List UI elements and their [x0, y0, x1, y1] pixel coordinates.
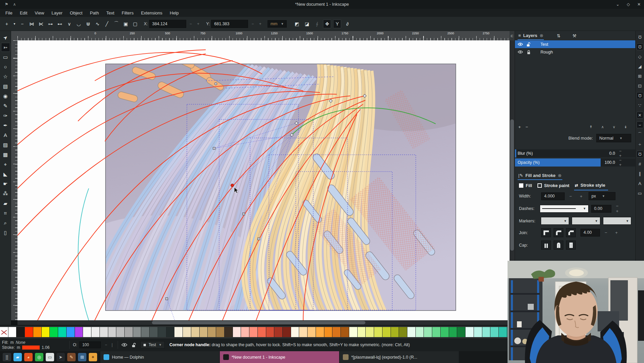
snap-bbox-icon[interactable]: Ω [637, 43, 643, 50]
color-swatch[interactable] [391, 327, 399, 337]
round-cap-button[interactable] [554, 241, 563, 250]
bevel-join-button[interactable] [566, 228, 576, 237]
layers-list-mode-icon[interactable]: ⇅ [557, 33, 560, 38]
app-menu-launcher-icon[interactable]: ⣿ [3, 353, 11, 361]
box3d-tool[interactable]: ▧ [1, 82, 10, 91]
color-swatch[interactable] [141, 327, 150, 337]
miter-join-button[interactable] [541, 228, 551, 237]
color-swatch[interactable] [116, 327, 125, 337]
snap-page-border-icon[interactable]: ▭ [637, 190, 643, 196]
green-app-launcher-icon[interactable]: ◎ [35, 353, 43, 361]
color-swatch[interactable] [183, 327, 191, 337]
color-swatch[interactable] [200, 327, 208, 337]
color-swatch[interactable] [191, 327, 200, 337]
menu-path[interactable]: Path [86, 9, 102, 16]
snap-enable-icon[interactable]: Ω [637, 34, 643, 40]
ellipse-tool[interactable]: ○ [1, 62, 10, 71]
menu-view[interactable]: View [31, 9, 47, 16]
color-swatch[interactable] [324, 327, 333, 337]
close-icon[interactable]: ⊗ [540, 33, 544, 38]
layer-visible-eye-icon[interactable] [518, 42, 523, 46]
color-swatch[interactable] [332, 327, 341, 337]
color-swatch[interactable] [291, 327, 299, 337]
layer-visible-eye-icon[interactable] [518, 50, 523, 54]
menu-object[interactable]: Object [67, 9, 86, 16]
spiral-tool[interactable]: ◉ [1, 92, 10, 101]
paint-app-launcher-icon[interactable]: ✎ [67, 353, 76, 361]
add-layer-button[interactable]: + [518, 124, 521, 130]
corner-node-button[interactable]: ∨ [65, 20, 73, 28]
color-swatch[interactable] [100, 327, 108, 337]
blur-value[interactable]: 0.0 [609, 151, 615, 156]
node-tool[interactable]: ➳ [1, 43, 10, 52]
mail-app-launcher-icon[interactable]: ▭ [46, 353, 54, 361]
dash-offset-input[interactable]: 0.00 [591, 205, 611, 213]
color-swatch[interactable] [174, 327, 183, 337]
layer-to-top-icon[interactable]: ↟ [589, 125, 592, 129]
color-swatch[interactable] [108, 327, 117, 337]
layer-lock-closed-icon[interactable] [526, 50, 531, 55]
color-swatch[interactable] [407, 327, 416, 337]
color-swatch[interactable] [316, 327, 324, 337]
snap-nodes-icon[interactable]: Ω [637, 92, 643, 99]
color-swatch[interactable] [399, 327, 407, 337]
layer-to-bottom-icon[interactable]: ↡ [624, 125, 627, 129]
butt-cap-button[interactable] [541, 241, 551, 250]
color-swatch[interactable] [499, 327, 507, 337]
color-swatch[interactable] [25, 327, 33, 337]
snap-midpoints-icon[interactable]: ⌒ [637, 131, 643, 138]
y-coord-input[interactable]: 681.383 [211, 20, 248, 28]
connector-tool[interactable]: ⌗ [1, 209, 10, 218]
tab-fill[interactable]: Fill [518, 182, 535, 190]
stroke-width-input[interactable]: 4.000 [541, 192, 565, 200]
edit-clip-path-button[interactable]: ◩ [293, 20, 301, 28]
layer-name[interactable]: Rough [540, 50, 553, 55]
color-swatch[interactable] [490, 327, 499, 337]
layer-lock-open-icon[interactable] [131, 342, 136, 348]
color-swatch[interactable] [150, 327, 158, 337]
snap-path-intersections-icon[interactable]: ∵ [637, 102, 643, 109]
snap-cusp-nodes-icon[interactable]: ✕ [637, 112, 643, 118]
delete-node-button[interactable]: − [18, 20, 26, 28]
break-nodes-button[interactable]: ⋉ [37, 20, 45, 28]
color-swatch[interactable] [283, 327, 291, 337]
show-transform-handles-toggle[interactable]: ✥ [323, 20, 331, 28]
selector-tool[interactable]: ➤ [1, 33, 10, 42]
snap-others-icon[interactable]: Ω [637, 151, 643, 157]
color-swatch[interactable] [366, 327, 374, 337]
color-swatch[interactable] [249, 327, 258, 337]
color-swatch[interactable] [358, 327, 366, 337]
insert-node-menu[interactable]: ▾ [12, 20, 17, 28]
color-swatch[interactable] [166, 327, 175, 337]
dropper-tool[interactable]: ⌖ [1, 160, 10, 169]
show-path-effects-button[interactable]: ∮ [313, 20, 321, 28]
color-swatch[interactable] [75, 327, 83, 337]
orange-app-launcher-icon[interactable]: ✦ [89, 353, 97, 361]
color-swatch[interactable] [216, 327, 225, 337]
color-swatch[interactable] [432, 327, 441, 337]
snap-guides-icon[interactable]: ∥ [637, 170, 643, 177]
color-swatch[interactable] [16, 327, 25, 337]
vertical-ruler[interactable] [11, 40, 17, 320]
vertical-scrollbar-thumb[interactable] [510, 119, 514, 251]
show-bezier-handles-toggle[interactable]: Y [333, 20, 341, 28]
symmetric-node-button[interactable]: ⋓ [84, 20, 92, 28]
menu-text[interactable]: Text [103, 9, 118, 16]
segment-line-button[interactable]: ╱ [103, 20, 111, 28]
firefox-launcher-icon[interactable]: ◕ [24, 353, 33, 361]
eraser-tool[interactable]: ▰ [1, 199, 10, 208]
minimize-icon[interactable]: ⌄ [616, 2, 619, 7]
start-marker-dropdown[interactable]: ▼ [541, 217, 569, 225]
stroke-width-unit-dropdown[interactable]: px▼ [589, 192, 615, 200]
x-coord-input[interactable]: 384.124 [149, 20, 186, 28]
menu-edit[interactable]: Edit [16, 9, 31, 16]
layer-row[interactable]: Test [515, 40, 635, 48]
stroke-to-path-button[interactable]: ▢ [131, 20, 139, 28]
color-swatch[interactable] [299, 327, 308, 337]
color-swatch[interactable] [416, 327, 424, 337]
snap-bbox-corners-icon[interactable]: ◢ [637, 63, 643, 70]
snap-bbox-edge-midpoints-icon[interactable]: ⊞ [637, 73, 643, 79]
calligraphy-tool[interactable]: ✒ [1, 121, 10, 130]
color-swatch[interactable] [341, 327, 349, 337]
color-swatch[interactable] [33, 327, 42, 337]
